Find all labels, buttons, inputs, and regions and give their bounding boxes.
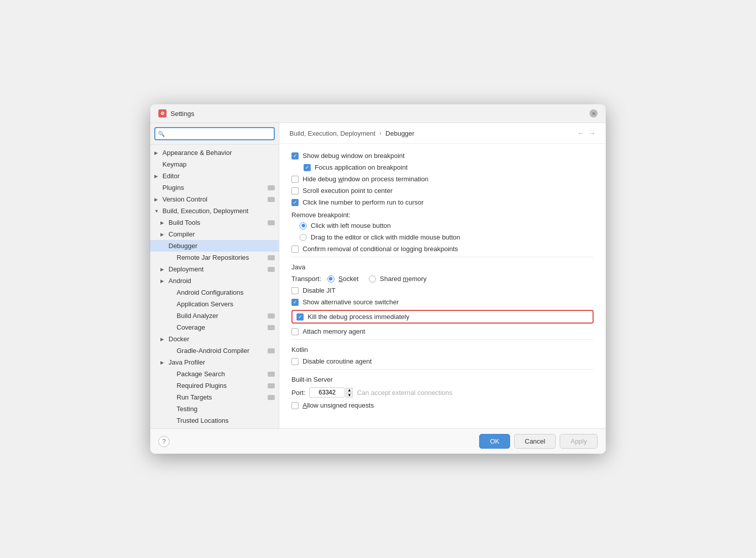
sidebar-item-required-plugins[interactable]: Required Plugins — [150, 380, 279, 391]
chevron-icon: ▶ — [160, 232, 166, 237]
port-down-button[interactable]: ▼ — [346, 393, 353, 397]
click-line-checkbox[interactable] — [291, 199, 299, 206]
divider-built-in — [291, 369, 594, 370]
sidebar-item-build-exec-deploy[interactable]: ▼ Build, Execution, Deployment — [150, 205, 279, 217]
can-accept-label: Can accept external connections — [357, 389, 452, 396]
focus-app-checkbox[interactable] — [304, 164, 311, 171]
radio-drag[interactable] — [300, 234, 307, 241]
close-button[interactable]: ✕ — [590, 109, 598, 117]
built-in-server-title: Built-in Server — [291, 376, 594, 383]
search-input[interactable] — [154, 127, 275, 140]
sidebar-item-remote-jar[interactable]: Remote Jar Repositories — [150, 252, 279, 263]
show-alt-source-checkbox[interactable] — [291, 299, 299, 306]
focus-app-row: Focus application on breakpoint — [291, 164, 594, 171]
chevron-icon: ▶ — [154, 197, 160, 202]
sidebar-item-java-profiler[interactable]: ▶ Java Profiler — [150, 356, 279, 368]
sidebar-item-label: Testing — [177, 405, 197, 413]
breadcrumb-current: Debugger — [386, 130, 414, 137]
content-header: Build, Execution, Deployment › Debugger … — [279, 123, 606, 144]
chevron-icon: ▶ — [160, 278, 166, 284]
sidebar-item-label: Debugger — [169, 242, 197, 250]
nav-badge — [268, 255, 275, 260]
kill-debug-checkbox[interactable] — [297, 313, 304, 321]
breadcrumb-parent: Build, Execution, Deployment — [289, 130, 375, 137]
nav-badge — [268, 348, 275, 353]
sidebar-item-debugger[interactable]: Debugger — [150, 240, 279, 252]
sidebar-item-docker[interactable]: ▶ Docker — [150, 333, 279, 345]
chevron-icon: ▶ — [160, 267, 166, 272]
port-label: Port: — [291, 389, 305, 396]
help-button[interactable]: ? — [158, 436, 170, 447]
sidebar-item-label: Keymap — [162, 161, 187, 168]
search-box: 🔍 — [150, 123, 279, 145]
sidebar-item-trusted-locations[interactable]: Trusted Locations — [150, 415, 279, 426]
allow-unsigned-label: Allow unsigned requests — [303, 402, 374, 409]
forward-button[interactable]: → — [589, 129, 596, 137]
sidebar-item-keymap[interactable]: Keymap — [150, 158, 279, 170]
port-up-button[interactable]: ▲ — [346, 388, 353, 392]
sidebar-item-label: Application Servers — [177, 300, 233, 308]
sidebar-item-label: Build, Execution, Deployment — [162, 207, 248, 215]
attach-memory-checkbox[interactable] — [291, 328, 299, 335]
confirm-removal-checkbox[interactable] — [291, 246, 299, 253]
show-debug-window-checkbox[interactable] — [291, 152, 299, 160]
scroll-exec-checkbox[interactable] — [291, 187, 299, 194]
sidebar-item-testing[interactable]: Testing — [150, 403, 279, 415]
sidebar-item-plugins[interactable]: Plugins — [150, 182, 279, 193]
disable-coroutine-checkbox[interactable] — [291, 358, 299, 365]
kotlin-section-title: Kotlin — [291, 346, 594, 353]
focus-app-label: Focus application on breakpoint — [315, 164, 408, 171]
sidebar-item-label: Trusted Locations — [177, 417, 229, 424]
sidebar-item-label: Editor — [162, 172, 180, 180]
disable-jit-checkbox[interactable] — [291, 287, 299, 294]
disable-jit-label: Disable JIT — [303, 287, 335, 294]
sidebar-item-label: Android Configurations — [177, 289, 243, 296]
sidebar-item-label: Build Tools — [169, 219, 200, 226]
click-line-label: Click line number to perform run to curs… — [303, 198, 424, 206]
shared-memory-label: Shared memory — [380, 275, 427, 283]
allow-unsigned-checkbox[interactable] — [291, 402, 299, 409]
apply-button[interactable]: Apply — [560, 434, 598, 449]
divider-java — [291, 257, 594, 257]
sidebar-item-label: Appearance & Behavior — [162, 149, 232, 156]
chevron-icon: ▼ — [154, 209, 160, 214]
sidebar-item-package-search[interactable]: Package Search — [150, 368, 279, 380]
port-row: Port: ▲ ▼ Can accept external connection… — [291, 387, 594, 397]
sidebar-item-android-configs[interactable]: Android Configurations — [150, 287, 279, 298]
radio-left-mouse-row: Click with left mouse button — [291, 222, 594, 229]
radio-shared-memory[interactable] — [369, 275, 376, 283]
nav-arrows: ← → — [577, 129, 596, 137]
cancel-button[interactable]: Cancel — [514, 434, 556, 449]
sidebar-item-gradle-android[interactable]: Gradle-Android Compiler — [150, 345, 279, 356]
sidebar-item-version-control[interactable]: ▶ Version Control — [150, 193, 279, 205]
sidebar-item-label: Plugins — [162, 184, 184, 191]
nav-badge — [268, 325, 275, 330]
sidebar-item-build-analyzer[interactable]: Build Analyzer — [150, 310, 279, 322]
main-content: Build, Execution, Deployment › Debugger … — [279, 123, 606, 428]
radio-socket[interactable] — [327, 275, 334, 283]
sidebar-item-editor[interactable]: ▶ Editor — [150, 170, 279, 182]
sidebar-item-android[interactable]: ▶ Android — [150, 275, 279, 287]
nav-badge — [268, 267, 275, 272]
port-field[interactable] — [309, 387, 345, 397]
ok-button[interactable]: OK — [479, 434, 510, 449]
remove-breakpoint-title: Remove breakpoint: — [291, 211, 594, 219]
radio-drag-label: Drag to the editor or click with middle … — [311, 233, 460, 241]
sidebar-item-appearance[interactable]: ▶ Appearance & Behavior — [150, 147, 279, 158]
sidebar-item-label: Docker — [169, 335, 189, 343]
sidebar-item-build-tools[interactable]: ▶ Build Tools — [150, 217, 279, 228]
hide-debug-window-checkbox[interactable] — [291, 176, 299, 183]
sidebar-item-deployment[interactable]: ▶ Deployment — [150, 263, 279, 275]
sidebar-item-coverage[interactable]: Coverage — [150, 322, 279, 333]
attach-memory-row: Attach memory agent — [291, 328, 594, 335]
back-button[interactable]: ← — [577, 129, 584, 137]
sidebar-item-label: Build Analyzer — [177, 312, 218, 320]
sidebar-item-run-targets[interactable]: Run Targets — [150, 391, 279, 403]
sidebar-item-label: Version Control — [162, 195, 207, 203]
radio-left-mouse[interactable] — [300, 222, 307, 229]
dialog-body: 🔍 ▶ Appearance & Behavior Keymap ▶ — [150, 123, 606, 428]
sidebar-item-label: Android — [169, 277, 191, 285]
transport-row: Transport: Socket Shared memory — [291, 275, 594, 283]
sidebar-item-compiler[interactable]: ▶ Compiler — [150, 228, 279, 240]
sidebar-item-app-servers[interactable]: Application Servers — [150, 298, 279, 310]
